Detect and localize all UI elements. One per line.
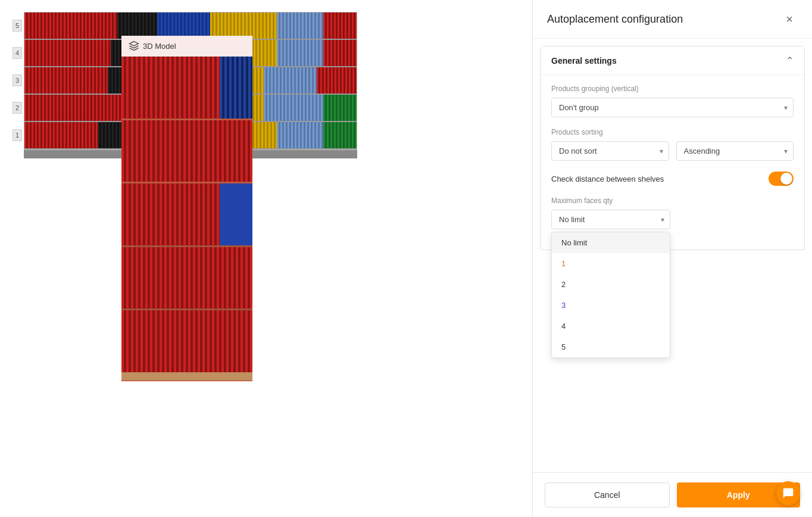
qty-option-no-limit[interactable]: No limit	[552, 232, 670, 253]
config-panel: Autoplacement configuration × General se…	[532, 0, 812, 517]
toggle-thumb	[780, 173, 792, 185]
shelf-cell	[323, 13, 357, 39]
view-3d-area: 3D Model	[121, 36, 252, 381]
qty-option-4[interactable]: 4	[552, 316, 670, 337]
qty-dropdown: No limit 1 2 3	[551, 232, 670, 358]
shelf-cell	[264, 95, 323, 121]
cancel-button[interactable]: Cancel	[545, 482, 670, 507]
chevron-up-icon: ⌃	[786, 55, 794, 66]
shelf-cell	[24, 40, 111, 66]
row-num-5: 5	[13, 20, 22, 32]
panel-header: Autoplacement configuration ×	[533, 0, 812, 39]
section-header-general[interactable]: General settings ⌃	[541, 46, 804, 74]
row-num-1: 1	[13, 129, 22, 141]
main-content: 5 4 3	[0, 0, 532, 517]
check-distance-toggle[interactable]	[769, 172, 794, 186]
planogram-wrapper: 5 4 3	[24, 12, 556, 158]
shelf-cell	[24, 67, 108, 94]
shelf-cell	[277, 122, 323, 148]
grouping-select-wrapper: Don't group Brand Manufacturer Category …	[551, 98, 794, 117]
grouping-select[interactable]: Don't group Brand Manufacturer Category	[551, 98, 794, 117]
max-faces-field-group: Maximum faces qty No limit 1 2 3 4 5	[551, 197, 794, 229]
check-distance-row: Check distance between shelves	[551, 172, 794, 186]
section-title-general: General settings	[551, 56, 617, 66]
shelf-cell	[24, 13, 117, 39]
qty-dropdown-scroll: No limit 1 2 3	[552, 232, 670, 357]
3d-model-icon	[129, 41, 139, 51]
sorting-primary-wrapper: Do not sort By name By price By sales ▾	[551, 141, 669, 161]
shelf-cell	[24, 122, 98, 148]
max-faces-select-wrapper: No limit 1 2 3 4 5 ▾	[551, 210, 670, 229]
view-3d-label: 3D Model	[143, 42, 176, 51]
general-settings-section: General settings ⌃ Products grouping (ve…	[540, 46, 805, 250]
shelf-cell	[210, 13, 277, 39]
shelf-cell	[323, 95, 357, 121]
shelf-cell	[157, 13, 210, 39]
sorting-secondary-wrapper: Ascending Descending ▾	[676, 141, 794, 161]
qty-option-1[interactable]: 1	[552, 253, 670, 274]
max-faces-label: Maximum faces qty	[551, 197, 794, 205]
panel-footer: Cancel Apply	[533, 472, 812, 517]
shelf-cell	[323, 122, 357, 148]
sorting-label: Products sorting	[551, 128, 794, 136]
sorting-field-group: Products sorting Do not sort By name By …	[551, 128, 794, 161]
section-content-general: Products grouping (vertical) Don't group…	[541, 74, 804, 250]
shelf-cell	[277, 40, 323, 66]
qty-option-2[interactable]: 2	[552, 274, 670, 295]
qty-option-5[interactable]: 5	[552, 337, 670, 357]
grouping-label: Products grouping (vertical)	[551, 85, 794, 93]
shelf-cell	[277, 13, 323, 39]
shelf-cell	[323, 40, 357, 66]
sorting-row: Do not sort By name By price By sales ▾ …	[551, 141, 794, 161]
row-num-4: 4	[13, 47, 22, 59]
sorting-primary-select[interactable]: Do not sort By name By price By sales	[551, 141, 669, 161]
max-faces-select[interactable]: No limit 1 2 3 4 5	[551, 210, 670, 229]
panel-body: General settings ⌃ Products grouping (ve…	[533, 39, 812, 472]
view-3d-header: 3D Model	[121, 36, 252, 57]
row-num-3: 3	[13, 74, 22, 86]
sorting-secondary-select[interactable]: Ascending Descending	[676, 141, 794, 161]
chat-icon-button[interactable]	[776, 481, 800, 505]
grouping-field-group: Products grouping (vertical) Don't group…	[551, 85, 794, 117]
qty-option-3[interactable]: 3	[552, 295, 670, 316]
check-distance-label: Check distance between shelves	[551, 175, 664, 183]
row-num-2: 2	[13, 102, 22, 114]
max-faces-field: No limit 1 2 3 4 5 ▾	[551, 210, 794, 229]
shelf-cell	[317, 67, 357, 94]
close-button[interactable]: ×	[781, 11, 798, 27]
shelf-cell	[264, 67, 317, 94]
panel-title: Autoplacement configuration	[547, 13, 683, 26]
chat-icon	[782, 487, 794, 499]
shelf-cell	[117, 13, 157, 39]
shelf-cell	[24, 95, 124, 121]
